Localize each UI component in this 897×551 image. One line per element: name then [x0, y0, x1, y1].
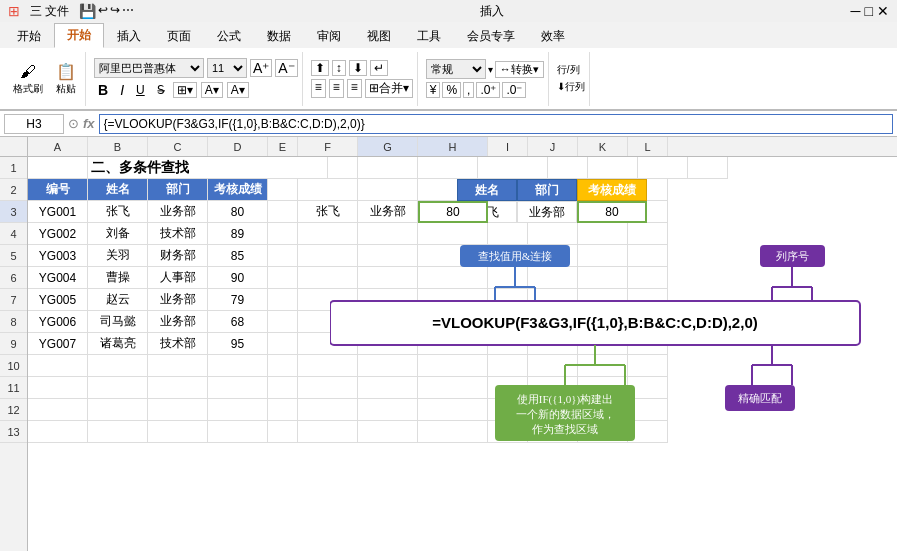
cell-g4[interactable]	[358, 223, 418, 245]
font-size-select[interactable]: 11	[207, 58, 247, 78]
minimize-btn[interactable]: ─	[851, 3, 861, 19]
font-grow-btn[interactable]: A⁺	[250, 59, 272, 77]
font-name-select[interactable]: 阿里巴巴普惠体	[94, 58, 204, 78]
row-header-9[interactable]: 9	[0, 333, 27, 355]
tab-tools[interactable]: 工具	[404, 24, 454, 48]
align-bot-btn[interactable]: ⬇	[349, 60, 367, 76]
cell-b1[interactable]: 二、多条件查找	[88, 157, 328, 179]
fill-btn[interactable]: ⬇行列	[557, 80, 585, 94]
row-header-11[interactable]: 11	[0, 377, 27, 399]
cell-b10[interactable]	[88, 355, 148, 377]
cell-g2[interactable]	[358, 179, 418, 201]
number-format-select[interactable]: 常规	[426, 59, 486, 79]
cell-f2[interactable]	[298, 179, 358, 201]
file-menu[interactable]: 三 文件	[30, 3, 69, 20]
col-header-i[interactable]: I	[488, 137, 528, 156]
cell-b3[interactable]: 张飞	[88, 201, 148, 223]
border-btn[interactable]: ⊞▾	[173, 82, 197, 98]
col-header-h[interactable]: H	[418, 137, 488, 156]
col-header-j[interactable]: J	[528, 137, 578, 156]
align-top-btn[interactable]: ⬆	[311, 60, 329, 76]
lookup-cell-dept[interactable]: 业务部	[517, 201, 577, 223]
col-header-k[interactable]: K	[578, 137, 628, 156]
maximize-btn[interactable]: □	[865, 3, 873, 19]
cell-j1[interactable]	[588, 157, 638, 179]
lookup-cell-score[interactable]: 80	[577, 201, 647, 223]
cell-h3[interactable]: 80	[418, 201, 488, 223]
cell-b13[interactable]	[88, 421, 148, 443]
redo-btn[interactable]: ↪	[110, 3, 120, 19]
cell-d9[interactable]: 95	[208, 333, 268, 355]
merge-btn[interactable]: ⊞合并▾	[365, 79, 413, 98]
tab-review[interactable]: 审阅	[304, 24, 354, 48]
row-header-8[interactable]: 8	[0, 311, 27, 333]
cell-a9[interactable]: YG007	[28, 333, 88, 355]
cell-c12[interactable]	[148, 399, 208, 421]
pct-btn[interactable]: %	[442, 82, 461, 98]
cell-a7[interactable]: YG005	[28, 289, 88, 311]
row-header-7[interactable]: 7	[0, 289, 27, 311]
cell-b12[interactable]	[88, 399, 148, 421]
cell-c4[interactable]: 技术部	[148, 223, 208, 245]
cell-c13[interactable]	[148, 421, 208, 443]
cell-d5[interactable]: 85	[208, 245, 268, 267]
cell-a10[interactable]	[28, 355, 88, 377]
undo-btn[interactable]: ↩	[98, 3, 108, 19]
row-header-2[interactable]: 2	[0, 179, 27, 201]
tab-start[interactable]: 开始	[54, 23, 104, 48]
tab-efficiency[interactable]: 效率	[528, 24, 578, 48]
align-left-btn[interactable]: ≡	[311, 79, 326, 98]
menu-insert-tab[interactable]: 插入	[480, 3, 504, 20]
cell-a2[interactable]: 编号	[28, 179, 88, 201]
cell-a12[interactable]	[28, 399, 88, 421]
cell-c11[interactable]	[148, 377, 208, 399]
col-header-f[interactable]: F	[298, 137, 358, 156]
cell-a4[interactable]: YG002	[28, 223, 88, 245]
align-right-btn[interactable]: ≡	[347, 79, 362, 98]
cell-c7[interactable]: 业务部	[148, 289, 208, 311]
cell-d13[interactable]	[208, 421, 268, 443]
col-header-e[interactable]: E	[268, 137, 298, 156]
row-header-13[interactable]: 13	[0, 421, 27, 443]
cell-l1[interactable]	[688, 157, 728, 179]
cell-a3[interactable]: YG001	[28, 201, 88, 223]
row-header-10[interactable]: 10	[0, 355, 27, 377]
fill-color-btn[interactable]: A▾	[201, 82, 223, 98]
thousands-btn[interactable]: ,	[463, 82, 474, 98]
underline-btn[interactable]: U	[132, 82, 149, 98]
cell-b7[interactable]: 赵云	[88, 289, 148, 311]
cell-e12[interactable]	[268, 399, 298, 421]
tab-view[interactable]: 视图	[354, 24, 404, 48]
cell-c5[interactable]: 财务部	[148, 245, 208, 267]
cell-e11[interactable]	[268, 377, 298, 399]
cell-l4[interactable]	[628, 223, 668, 245]
decimal-dec-btn[interactable]: .0⁻	[502, 82, 526, 98]
cell-a1[interactable]	[28, 157, 88, 179]
cell-d4[interactable]: 89	[208, 223, 268, 245]
cell-b4[interactable]: 刘备	[88, 223, 148, 245]
convert-btn[interactable]: ↔转换▾	[495, 61, 544, 78]
tab-data[interactable]: 数据	[254, 24, 304, 48]
cell-e5[interactable]	[268, 245, 298, 267]
cell-f3[interactable]: 张飞	[298, 201, 358, 223]
cell-b2[interactable]: 姓名	[88, 179, 148, 201]
align-mid-btn[interactable]: ↕	[332, 60, 346, 76]
cell-f1[interactable]	[358, 157, 418, 179]
cell-d2[interactable]: 考核成绩	[208, 179, 268, 201]
cell-f4[interactable]	[298, 223, 358, 245]
paste-btn[interactable]: 📋 粘贴	[51, 59, 81, 99]
cell-a6[interactable]: YG004	[28, 267, 88, 289]
formula-input[interactable]: {=VLOOKUP(F3&G3,IF({1,0},B:B&C:C,D:D),2,…	[99, 114, 893, 134]
cell-a13[interactable]	[28, 421, 88, 443]
col-header-b[interactable]: B	[88, 137, 148, 156]
tab-page[interactable]: 页面	[154, 24, 204, 48]
format-btn[interactable]: 🖌 格式刷	[8, 59, 48, 99]
cell-e2[interactable]	[268, 179, 298, 201]
col-header-l[interactable]: L	[628, 137, 668, 156]
row-header-5[interactable]: 5	[0, 245, 27, 267]
italic-btn[interactable]: I	[116, 81, 128, 99]
cell-a11[interactable]	[28, 377, 88, 399]
save-btn[interactable]: 💾	[79, 3, 96, 19]
close-btn[interactable]: ✕	[877, 3, 889, 19]
font-color-btn[interactable]: A▾	[227, 82, 249, 98]
